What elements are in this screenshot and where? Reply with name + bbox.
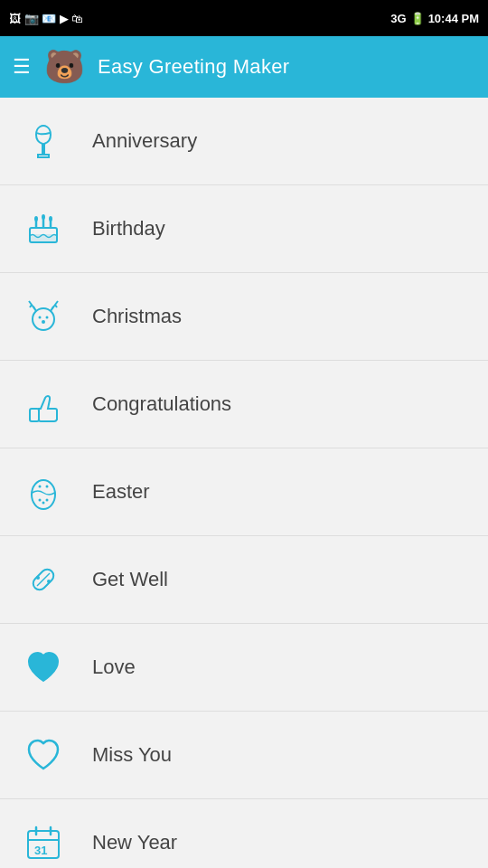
bear-icon: 🐻 (44, 48, 85, 86)
hamburger-icon[interactable]: ☰ (13, 55, 31, 79)
birthday-icon (20, 205, 67, 252)
svg-point-17 (46, 499, 49, 502)
list-item-christmas[interactable]: Christmas (0, 273, 488, 361)
battery-icon: 🔋 (410, 12, 425, 25)
svg-point-11 (42, 320, 45, 324)
svg-point-14 (39, 486, 42, 488)
list-item-birthday[interactable]: Birthday (0, 185, 488, 273)
get-well-icon (20, 556, 67, 603)
list-item-get-well[interactable]: Get Well (0, 536, 488, 624)
love-label: Love (92, 656, 136, 679)
svg-point-18 (42, 502, 45, 505)
miss-you-label: Miss You (92, 743, 172, 767)
list-item-miss-you[interactable]: Miss You (0, 712, 488, 799)
svg-point-22 (47, 580, 51, 583)
anniversary-icon (20, 118, 67, 165)
category-list: Anniversary Birthday (0, 98, 488, 868)
svg-text:31: 31 (34, 844, 47, 857)
new-year-label: New Year (92, 831, 177, 854)
time-label: 10:44 PM (428, 12, 479, 25)
app-logo: 🐻 (43, 46, 85, 88)
svg-point-9 (39, 316, 42, 319)
app-bar: ☰ 🐻 Easy Greeting Maker (0, 36, 488, 98)
svg-point-16 (39, 499, 42, 502)
easter-icon (20, 468, 67, 515)
list-item-love[interactable]: Love (0, 624, 488, 712)
birthday-label: Birthday (92, 217, 165, 241)
miss-you-icon (20, 731, 67, 778)
svg-point-10 (46, 316, 49, 319)
list-item-anniversary[interactable]: Anniversary (0, 98, 488, 185)
new-year-icon: 31 (20, 819, 67, 866)
list-item-congratulations[interactable]: Congratulations (0, 361, 488, 448)
network-label: 3G (390, 12, 406, 25)
svg-point-7 (49, 216, 52, 222)
svg-point-8 (33, 308, 54, 330)
christmas-label: Christmas (92, 305, 182, 328)
svg-point-15 (46, 486, 49, 488)
easter-label: Easter (92, 480, 150, 504)
svg-point-21 (36, 576, 40, 580)
christmas-icon (20, 293, 67, 340)
svg-point-5 (34, 216, 38, 222)
svg-point-6 (42, 214, 45, 220)
love-icon (20, 644, 67, 691)
get-well-label: Get Well (92, 568, 168, 591)
list-item-new-year[interactable]: 31 New Year (0, 799, 488, 868)
svg-rect-12 (30, 409, 39, 421)
anniversary-label: Anniversary (92, 129, 197, 153)
app-title: Easy Greeting Maker (98, 55, 289, 79)
status-bar: 🖼 📷 📧 ▶ 🛍 3G 🔋 10:44 PM (0, 0, 488, 36)
status-right: 3G 🔋 10:44 PM (390, 12, 479, 25)
congratulations-label: Congratulations (92, 392, 231, 416)
congratulations-icon (20, 381, 67, 428)
status-icons: 🖼 📷 📧 ▶ 🛍 (9, 12, 83, 25)
status-left: 🖼 📷 📧 ▶ 🛍 (9, 12, 83, 25)
list-item-easter[interactable]: Easter (0, 448, 488, 536)
